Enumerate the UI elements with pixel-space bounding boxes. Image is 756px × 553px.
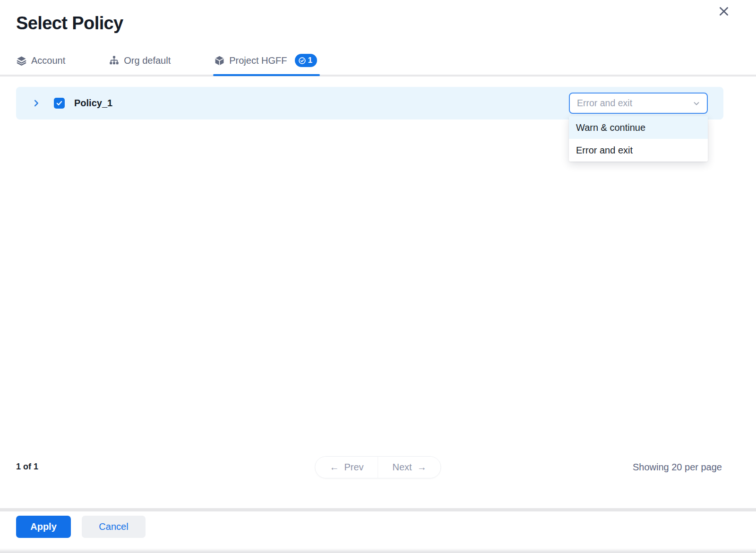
per-page-indicator: Showing 20 per page [633, 462, 722, 473]
policy-checkbox[interactable] [54, 98, 65, 109]
page-info: 1 of 1 [16, 462, 38, 472]
circle-check-icon [298, 57, 306, 65]
layers-icon [16, 55, 27, 66]
tab-project-hgff[interactable]: Project HGFF 1 [214, 54, 317, 74]
action-dropdown-menu: Warn & continue Error and exit [569, 116, 708, 162]
chevron-right-icon[interactable] [30, 98, 42, 109]
close-icon[interactable] [715, 3, 732, 20]
policy-name: Policy_1 [74, 98, 112, 109]
org-chart-icon [109, 55, 120, 66]
next-button[interactable]: Next → [378, 457, 441, 478]
tab-label: Account [31, 55, 65, 66]
pagination-controls: ← Prev Next → [315, 456, 441, 478]
action-select[interactable]: Error and exit [569, 93, 708, 114]
package-box-icon [214, 55, 225, 66]
action-select-value: Error and exit [577, 98, 632, 109]
tab-bar: Account Org default Proje [16, 54, 317, 74]
policy-row[interactable]: Policy_1 Error and exit Warn & continue … [16, 87, 723, 119]
badge-count: 1 [308, 56, 312, 65]
arrow-right-icon: → [417, 462, 427, 473]
prev-label: Prev [344, 462, 363, 473]
page-title: Select Policy [16, 13, 123, 34]
tab-org-default[interactable]: Org default [109, 54, 171, 74]
footer-divider [0, 508, 756, 511]
chevron-down-icon [692, 99, 701, 108]
arrow-left-icon: ← [329, 462, 339, 473]
tab-label: Project HGFF [229, 55, 287, 66]
menu-option-warn-continue[interactable]: Warn & continue [569, 116, 708, 139]
menu-option-error-exit[interactable]: Error and exit [569, 139, 708, 162]
action-select-wrap: Error and exit Warn & continue Error and… [569, 93, 708, 114]
bottom-edge-shadow [0, 548, 756, 553]
select-policy-modal: Select Policy Account [0, 0, 756, 553]
tab-label: Org default [124, 55, 171, 66]
selected-count-badge: 1 [295, 54, 317, 67]
prev-button[interactable]: ← Prev [315, 457, 378, 478]
apply-button[interactable]: Apply [16, 516, 71, 538]
next-label: Next [393, 462, 412, 473]
cancel-button[interactable]: Cancel [82, 516, 146, 538]
tab-account[interactable]: Account [16, 54, 65, 74]
tabbar-divider [0, 75, 756, 77]
